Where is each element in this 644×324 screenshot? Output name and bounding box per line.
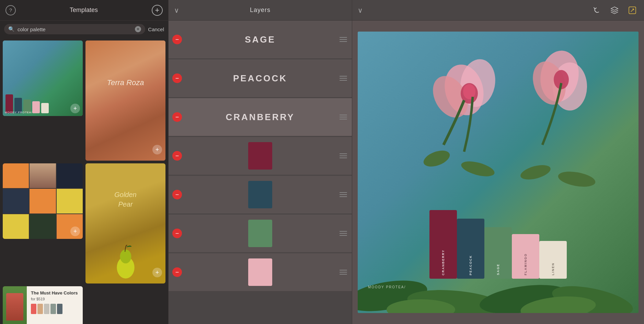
help-icon[interactable]: ? xyxy=(5,5,16,15)
right-chevron-icon[interactable]: ∨ xyxy=(358,6,363,14)
right-panel: ∨ xyxy=(352,0,644,324)
layer-cranberry-drag-handle[interactable] xyxy=(335,115,352,119)
canvas-swatch-peacock-label: PEACOCK xyxy=(469,255,472,275)
svg-point-1 xyxy=(120,250,131,263)
collage-cell-6 xyxy=(57,189,83,213)
middle-chevron-icon[interactable]: ∨ xyxy=(174,6,179,14)
cancel-search-button[interactable]: Cancel xyxy=(148,26,164,32)
drag-lines-icon xyxy=(340,76,347,81)
canvas-swatch-linen: LINEN xyxy=(539,241,567,279)
layer-sage-swatch-content xyxy=(186,215,335,252)
export-button[interactable] xyxy=(626,4,639,16)
layer-peacock-delete-button[interactable]: − xyxy=(172,73,182,83)
layer-sage-delete-button[interactable]: − xyxy=(172,35,182,44)
canvas-swatch-sage: SAGE xyxy=(484,227,512,279)
layer-cranberry-swatch-drag-handle[interactable] xyxy=(335,153,352,158)
layer-sage-drag-handle[interactable] xyxy=(335,37,352,42)
cranberry-color-swatch xyxy=(248,142,272,170)
templates-grid: MOODY PROTEA/ + Terra Roza + + Golde xyxy=(0,38,168,324)
template-card-golden-pear[interactable]: GoldenPear + xyxy=(85,163,165,284)
layer-cranberry-swatch-delete-area: − xyxy=(169,151,186,161)
layer-flamingo-swatch[interactable]: − xyxy=(169,253,352,291)
drag-lines-icon xyxy=(340,270,347,275)
layer-peacock-drag-handle[interactable] xyxy=(335,76,352,81)
add-template-button[interactable]: + xyxy=(152,5,163,16)
card-4-add-button[interactable]: + xyxy=(152,268,162,277)
right-header: ∨ xyxy=(352,0,644,21)
canvas-swatches-overlay: CRANBERRY PEACOCK SAGE FLAMINGO LINEN xyxy=(429,210,567,279)
layer-sage-swatch[interactable]: − xyxy=(169,215,352,252)
search-input[interactable] xyxy=(18,26,132,32)
svg-point-14 xyxy=(519,162,552,182)
left-panel: ? Templates + 🔍 ✕ Cancel MOODY PROTEA/ + xyxy=(0,0,168,324)
drag-lines-icon xyxy=(340,231,347,236)
card-2-add-button[interactable]: + xyxy=(152,145,162,154)
drag-lines-icon xyxy=(340,153,347,158)
layer-peacock-swatch-drag-handle[interactable] xyxy=(335,192,352,197)
layer-peacock-swatch-delete-area: − xyxy=(169,190,186,199)
canvas-swatch-sage-label: SAGE xyxy=(496,264,500,275)
canvas-swatch-linen-label: LINEN xyxy=(551,263,555,275)
layer-cranberry[interactable]: − CRANBERRY xyxy=(169,98,352,136)
search-bar: 🔍 ✕ Cancel xyxy=(0,21,168,38)
card-2-title: Terra Roza xyxy=(107,78,144,88)
layer-peacock[interactable]: − PEACOCK xyxy=(169,59,352,97)
layers-list: − SAGE − PEACOCK xyxy=(169,21,352,324)
undo-button[interactable] xyxy=(590,4,603,16)
layer-cranberry-delete-button[interactable]: − xyxy=(172,112,182,122)
layer-peacock-delete-area: − xyxy=(169,73,186,83)
collage-cell-3 xyxy=(57,163,83,188)
collage-cell-5 xyxy=(30,189,56,213)
template-card-terra-roza[interactable]: Terra Roza + xyxy=(85,40,165,161)
layers-button[interactable] xyxy=(608,4,621,16)
svg-point-15 xyxy=(557,169,596,189)
layer-cranberry-delete-area: − xyxy=(169,112,186,122)
flamingo-color-swatch xyxy=(248,258,272,286)
collage-cell-8 xyxy=(30,214,56,239)
layer-cranberry-swatch[interactable]: − xyxy=(169,137,352,175)
template-card-moody-protea[interactable]: MOODY PROTEA/ + xyxy=(3,40,83,116)
layer-peacock-swatch-delete-button[interactable]: − xyxy=(172,190,182,199)
collage-add-button[interactable]: + xyxy=(70,227,80,236)
export-icon xyxy=(628,6,637,15)
layer-flamingo-swatch-drag-handle[interactable] xyxy=(335,270,352,275)
collage-cell-4 xyxy=(3,189,29,213)
layer-peacock-swatch[interactable]: − xyxy=(169,176,352,213)
drag-lines-icon xyxy=(340,115,347,119)
layer-sage-swatch-drag-handle[interactable] xyxy=(335,231,352,236)
templates-title: Templates xyxy=(16,7,152,14)
collage-cell-7 xyxy=(3,214,29,239)
drag-lines-icon xyxy=(340,37,347,42)
layer-cranberry-label: CRANBERRY xyxy=(226,112,295,123)
drag-lines-icon xyxy=(340,192,347,197)
template-card-collage[interactable]: + xyxy=(3,163,83,239)
layer-peacock-content: PEACOCK xyxy=(186,59,335,97)
clear-search-icon[interactable]: ✕ xyxy=(135,26,141,32)
undo-icon xyxy=(592,6,601,15)
left-header: ? Templates + xyxy=(0,0,168,21)
layer-flamingo-swatch-content xyxy=(186,253,335,291)
layer-peacock-swatch-content xyxy=(186,176,335,213)
layers-title: Layers xyxy=(250,7,271,14)
canvas-swatch-peacock: PEACOCK xyxy=(457,219,484,279)
flower-cluster-right xyxy=(508,42,611,196)
layer-cranberry-content: CRANBERRY xyxy=(186,98,335,136)
layer-sage[interactable]: − SAGE xyxy=(169,21,352,58)
layer-cranberry-swatch-delete-button[interactable]: − xyxy=(172,151,182,161)
must-have-swatches xyxy=(31,304,79,314)
template-card-must-have-colors[interactable]: The Must Have Colors for $519 xyxy=(3,286,83,324)
layer-peacock-label: PEACOCK xyxy=(233,73,287,84)
card-4-title: GoldenPear xyxy=(114,190,137,209)
canvas-swatch-cranberry-label: CRANBERRY xyxy=(441,250,445,275)
canvas-preview: CRANBERRY PEACOCK SAGE FLAMINGO LINEN MO… xyxy=(358,32,639,313)
layer-sage-label: SAGE xyxy=(245,34,276,45)
card-1-label: MOODY PROTEA/ xyxy=(5,111,32,114)
search-icon: 🔍 xyxy=(8,26,15,32)
canvas-moody-label: MOODY PROTEA/ xyxy=(368,285,406,289)
layer-flamingo-swatch-delete-button[interactable]: − xyxy=(172,267,182,277)
card-1-add-button[interactable]: + xyxy=(70,104,80,113)
must-have-subtitle: for $519 xyxy=(31,297,79,301)
layer-sage-swatch-delete-button[interactable]: − xyxy=(172,229,182,238)
canvas-swatch-flamingo-label: FLAMINGO xyxy=(524,253,527,275)
must-have-title: The Must Have Colors xyxy=(31,290,79,296)
